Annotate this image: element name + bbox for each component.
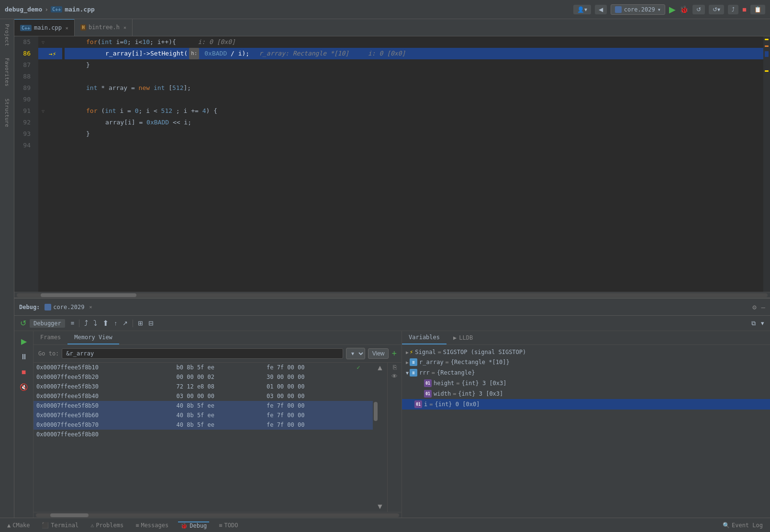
step-over-debug-btn[interactable]: ⤴	[82, 318, 90, 329]
debug-bug-button[interactable]: 🐞	[680, 5, 689, 14]
ind-88	[48, 71, 62, 82]
project-name: debug_demo	[5, 6, 42, 13]
fold-86	[38, 48, 48, 59]
scroll-up-btn[interactable]: ▲	[373, 363, 387, 373]
step-out-button[interactable]: ⤴	[728, 5, 738, 14]
kw-int2-89: int	[154, 82, 165, 94]
status-messages[interactable]: ≡ Messages	[133, 522, 171, 529]
h-scroll-thumb[interactable]	[41, 293, 136, 297]
linenum-91: 91	[14, 105, 34, 117]
project-title: debug_demo › C++ main.cpp	[5, 6, 95, 13]
step-out-debug-btn[interactable]: ⬆	[100, 318, 111, 329]
memory-action-btns: ⎘ 👁	[387, 363, 402, 512]
tab-frames[interactable]: Frames	[33, 331, 67, 344]
pause-btn[interactable]: ⏸	[18, 352, 30, 362]
memory-row-4: 0x00007ffeee5f8b50 40 8b 5f ee fe 7f 00 …	[33, 401, 373, 410]
memory-view-btn[interactable]: ⊞	[136, 319, 145, 328]
var-rrr[interactable]: ▼ ≡ rrr = {Rectangle}	[402, 367, 770, 378]
tab-bintree-h[interactable]: H bintree.h ✕	[75, 19, 133, 36]
var-r-array[interactable]: ▶ ≡ r_array = {Rectangle *[10]}	[402, 357, 770, 367]
layout-btn[interactable]: ⧉	[749, 319, 758, 328]
memory-row-1: 0x00007ffeee5f8b20 00 00 00 02 30 00 00 …	[33, 372, 373, 382]
disassembly-btn[interactable]: ⊟	[146, 319, 156, 328]
bintree-h-close[interactable]: ✕	[123, 25, 126, 30]
status-todo[interactable]: ≡ TODO	[216, 522, 240, 529]
run-button[interactable]: ▶	[669, 4, 676, 15]
tab-variables[interactable]: Variables	[402, 331, 446, 344]
tab-memory-view[interactable]: Memory View	[67, 331, 119, 344]
account-button[interactable]: 👤▾	[573, 5, 591, 14]
step-dropdown[interactable]: ↺▾	[709, 5, 724, 14]
right-scrollbar[interactable]	[763, 36, 770, 292]
scroll-thumb[interactable]	[374, 402, 378, 421]
goto-input[interactable]	[62, 348, 343, 359]
debug-close-btn[interactable]: ✕	[89, 304, 92, 310]
copy-btn[interactable]: ⎘	[388, 363, 402, 372]
mute-btn[interactable]: 🔇	[18, 382, 30, 392]
bytes2-7	[264, 430, 354, 439]
step-over-button[interactable]: ↺	[692, 5, 705, 14]
status-debug[interactable]: 🐞 Debug	[178, 521, 209, 529]
debug-toolbar: ↺ Debugger ≡ ⤴ ⤵ ⬆ ↑ ↗ ⊞ ⊟ ⧉ ▾	[14, 316, 770, 331]
var-i[interactable]: 01 i = {int} 0 [0x0]	[402, 399, 770, 410]
status-event-log[interactable]: 🔍 Event Log	[720, 522, 765, 529]
main-cpp-close[interactable]: ✕	[66, 25, 68, 31]
memory-row-5: 0x00007ffeee5f8b60 40 8b 5f ee fe 7f 00 …	[33, 410, 373, 420]
var-signal[interactable]: ▶ ⚡ Signal = SIGSTOP (signal SIGSTOP)	[402, 347, 770, 357]
main-cpp-label: main.cpp	[34, 24, 62, 31]
scroll-down-btn[interactable]: ▼	[373, 501, 387, 512]
debug-config-icon	[45, 304, 51, 310]
main-cpp-icon: C++	[20, 25, 32, 31]
var-height[interactable]: 01 height = {int} 3 [0x3]	[412, 378, 770, 388]
var-width[interactable]: 01 width = {int} 3 [0x3]	[412, 388, 770, 399]
scroll-marker-orange	[765, 45, 769, 47]
bintree-h-icon: H	[80, 24, 86, 31]
scroll-marker-yellow2	[765, 70, 769, 72]
bytes2-0: fe 7f 00 00	[264, 363, 354, 372]
tab-main-cpp[interactable]: C++ main.cpp ✕	[14, 19, 75, 36]
fold-85[interactable]: ▽	[38, 36, 48, 48]
run-to-cursor-btn[interactable]: ↑	[112, 319, 119, 328]
goto-label: Go to:	[38, 350, 59, 357]
bytes2-6: fe 7f 00 00	[264, 420, 354, 430]
fold-91[interactable]: ▽	[38, 105, 48, 117]
stop-debug-btn[interactable]: ■	[20, 367, 28, 377]
debug-settings-btn[interactable]: ⚙	[752, 303, 756, 311]
evaluate-btn[interactable]: ↗	[121, 319, 130, 328]
show-threads-btn[interactable]: ≡	[69, 319, 77, 328]
h-scroll-track	[17, 293, 768, 297]
sidebar-project[interactable]: Project	[4, 22, 10, 48]
h-scrollbar[interactable]	[14, 292, 770, 298]
kw-for-91: for	[86, 105, 97, 117]
memory-h-thumb[interactable]	[50, 513, 89, 517]
debug-minimize-btn[interactable]: —	[761, 303, 765, 311]
code-line-93: }	[65, 128, 763, 140]
view-options-btn[interactable]: 👁	[388, 372, 402, 381]
config-dropdown[interactable]: ▾	[658, 6, 661, 13]
coverage-button[interactable]: 📋	[750, 5, 765, 14]
left-sidebar: Project Favorites Structure	[0, 19, 14, 518]
status-terminal[interactable]: ⬛ Terminal	[39, 522, 81, 529]
back-button[interactable]: ◀	[595, 5, 607, 14]
goto-dropdown[interactable]: ▾	[346, 348, 365, 359]
var-value-rrr: {Rectangle}	[437, 369, 475, 376]
kw-new-89: new	[139, 82, 150, 94]
sidebar-favorites[interactable]: Favorites	[4, 55, 10, 89]
step-into-debug-btn[interactable]: ⤵	[91, 318, 99, 329]
memory-row-3: 0x00007ffeee5f8b40 03 00 00 00 03 00 00 …	[33, 391, 373, 401]
memory-h-scrollbar[interactable]	[33, 512, 402, 518]
tab-lldb[interactable]: ▶ LLDB	[446, 332, 480, 344]
scroll-marker-yellow	[765, 39, 769, 40]
sidebar-structure[interactable]: Structure	[4, 96, 10, 130]
add-watch-btn[interactable]: +	[391, 349, 397, 359]
stop-button[interactable]: ■	[742, 5, 747, 13]
status-problems[interactable]: ⚠ Problems	[88, 522, 126, 529]
goto-view-btn[interactable]: View	[368, 348, 389, 359]
restart-debug-btn[interactable]: ↺	[18, 318, 28, 329]
status-cmake[interactable]: ▲ CMake	[5, 522, 32, 529]
more-btn[interactable]: ▾	[759, 319, 766, 328]
variables-tabs: Variables ▶ LLDB	[402, 331, 770, 345]
resume-btn[interactable]: ▶	[19, 336, 29, 347]
height-icon: 01	[424, 379, 432, 387]
toolbar-sep-2	[133, 320, 133, 327]
